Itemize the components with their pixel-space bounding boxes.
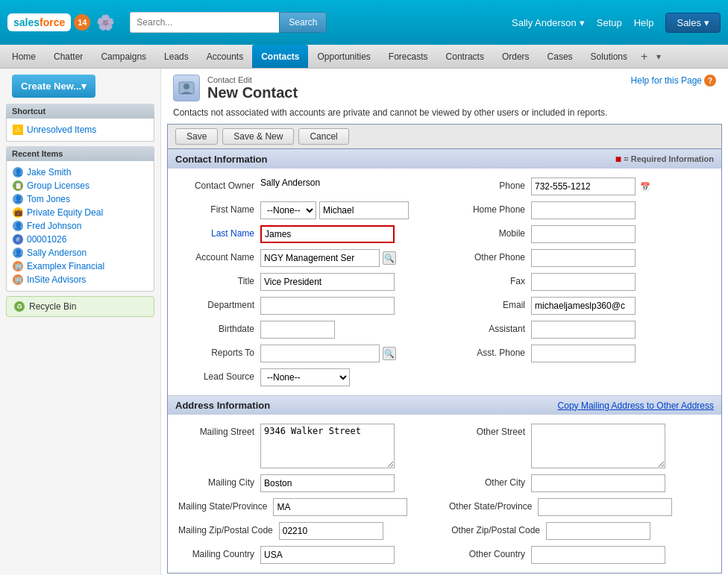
dept-input[interactable] [260,297,395,315]
assistant-input[interactable] [531,321,636,339]
col-empty [445,365,715,389]
nav-opportunities[interactable]: Opportunities [308,45,379,68]
owner-value: Sally Anderson [260,177,440,188]
contact-info-body: Contact Owner Sally Anderson Phone 📅 [168,169,721,395]
phone-input[interactable] [531,177,636,195]
nav-contacts[interactable]: Contacts [252,45,308,68]
account-search-icon[interactable]: 🔍 [383,251,396,265]
reportsto-input[interactable] [260,345,380,362]
col-owner: Contact Owner Sally Anderson [174,175,445,198]
nav-chatter[interactable]: Chatter [45,45,92,68]
col-mailing-state: Mailing State/Province [174,495,445,519]
recent-fred-johnson[interactable]: 👤 Fred Johnson [13,219,148,233]
app-switcher[interactable]: Sales ▾ [665,13,721,33]
form-wrapper: Contact Information ■ = Required Informa… [167,148,722,574]
nav-cases[interactable]: Cases [539,45,582,68]
recent-sally-anderson[interactable]: 👤 Sally Anderson [13,246,148,260]
mobile-label: Mobile [449,225,531,239]
recent-insite-advisors[interactable]: 🏢 InSite Advisors [13,273,148,286]
mailing-state-input[interactable] [273,498,407,516]
fax-input[interactable] [531,273,636,291]
dept-value [260,297,440,315]
nav-home[interactable]: Home [3,45,45,68]
address-info-body: Mailing Street 9346 Walker Street Other … [168,415,721,573]
contact-info-title: Contact Information [175,154,268,165]
nav-solutions[interactable]: Solutions [582,45,636,68]
help-link-header[interactable]: Help [634,17,654,28]
mailing-city-input[interactable] [260,474,395,492]
create-new-button[interactable]: Create New... ▾ [12,75,95,98]
col-phone: Phone 📅 [445,175,715,198]
row-title-fax: Title Fax [174,270,715,294]
mailing-state-label: Mailing State/Province [178,498,273,512]
copy-mailing-link[interactable]: Copy Mailing Address to Other Address [558,400,714,411]
nav-accounts[interactable]: Accounts [198,45,252,68]
col-asstphone: Asst. Phone [445,342,715,365]
recent-tom-jones[interactable]: 👤 Tom Jones [13,192,148,206]
setup-link[interactable]: Setup [597,17,622,28]
page-title: New Contact [207,84,298,101]
account-label: Account Name [178,249,260,263]
firstname-input[interactable] [319,201,409,219]
recycle-icon: ♻ [14,301,25,312]
asstphone-label: Asst. Phone [449,345,531,358]
nav-more[interactable]: ▾ [652,51,665,62]
user-menu[interactable]: Sally Anderson ▾ [512,17,585,28]
user-dropdown-arrow: ▾ [580,17,585,28]
birthdate-input[interactable] [260,321,335,339]
email-value [531,297,711,315]
email-input[interactable] [531,297,636,315]
recent-00001026[interactable]: # 00001026 [13,233,148,246]
other-country-input[interactable] [531,546,665,564]
mailing-street-input[interactable]: 9346 Walker Street [260,424,395,468]
recycle-bin-button[interactable]: ♻ Recycle Bin [6,296,154,317]
row-birth-assistant: Birthdate Assistant [174,318,715,342]
calendar-icon[interactable]: 📅 [638,180,652,193]
fax-label: Fax [449,273,531,286]
leadsource-select[interactable]: --None-- Web Phone Inquiry Partner Refer… [260,368,350,386]
recent-private-equity-deal[interactable]: 💼 Private Equity Deal [13,206,148,219]
asstphone-input[interactable] [531,345,636,362]
name-prefix-select[interactable]: --None-- Mr. Ms. Dr. [260,201,316,219]
mailing-state-value [273,498,440,516]
account-input[interactable] [260,249,380,267]
col-birth: Birthdate [174,318,445,342]
recent-jake-smith[interactable]: 👤 Jake Smith [13,166,148,179]
help-for-page[interactable]: Help for this Page ? [631,75,716,87]
other-street-input[interactable] [531,424,665,468]
other-street-value [531,424,711,468]
mailing-country-input[interactable] [260,546,395,564]
required-text: = Required Information [624,154,714,163]
nav-campaigns[interactable]: Campaigns [92,45,155,68]
recent-examplex-financial[interactable]: 🏢 Examplex Financial [13,260,148,273]
recent-group-licenses[interactable]: 📋 Group Licenses [13,179,148,192]
save-button[interactable]: Save [175,128,218,145]
otherphone-input[interactable] [531,249,636,267]
other-city-input[interactable] [531,474,665,492]
other-city-value [531,474,711,492]
required-note: ■ = Required Information [615,153,714,165]
mailing-zip-input[interactable] [279,522,383,540]
lastname-input[interactable] [260,225,395,243]
nav-leads[interactable]: Leads [155,45,198,68]
row-mailing-other-country: Mailing Country Other Country [174,543,715,567]
other-zip-input[interactable] [546,522,650,540]
firstname-label: First Name [178,201,260,215]
nav-add[interactable]: + [636,50,652,63]
lastname-label: Last Name [178,225,260,239]
title-input[interactable] [260,273,395,291]
req-marker: ■ [615,153,621,165]
search-input[interactable] [130,12,279,33]
homephone-input[interactable] [531,201,636,219]
reportsto-search-icon[interactable]: 🔍 [383,347,396,360]
unresolved-items-link[interactable]: ⚠ Unresolved Items [13,123,148,136]
row-leadsource: Lead Source --None-- Web Phone Inquiry P… [174,365,715,389]
nav-contracts[interactable]: Contracts [437,45,493,68]
cancel-button[interactable]: Cancel [298,128,348,145]
nav-forecasts[interactable]: Forecasts [380,45,437,68]
search-button[interactable]: Search [279,12,327,33]
save-new-button[interactable]: Save & New [222,128,294,145]
mobile-input[interactable] [531,225,636,243]
nav-orders[interactable]: Orders [493,45,539,68]
other-state-input[interactable] [538,498,672,516]
